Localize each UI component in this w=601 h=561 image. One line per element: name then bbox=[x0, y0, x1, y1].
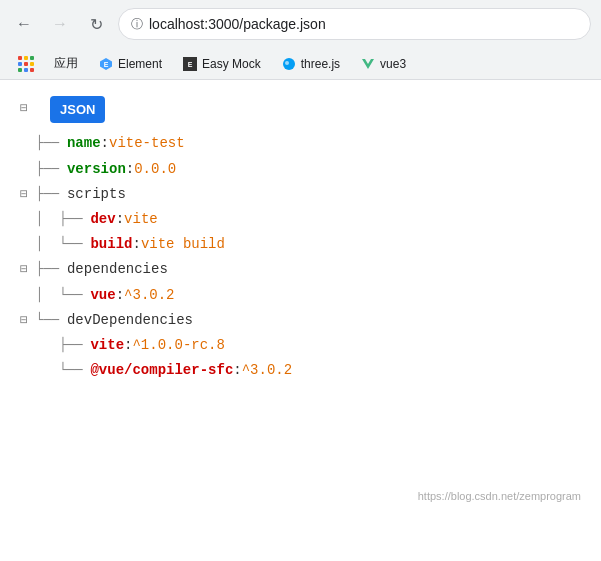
version-colon: : bbox=[126, 157, 134, 182]
element-icon: E bbox=[98, 56, 114, 72]
dependencies-toggle[interactable]: ⊟ ├── bbox=[20, 257, 67, 280]
vite-colon: : bbox=[124, 333, 132, 358]
build-prefix: │ └── bbox=[20, 232, 90, 255]
devdependencies-row: ⊟ └── devDependencies bbox=[20, 308, 581, 333]
scripts-row: ⊟ ├── scripts bbox=[20, 182, 581, 207]
build-value: vite build bbox=[141, 232, 225, 257]
build-row: │ └── build : vite build bbox=[20, 232, 581, 257]
name-value: vite-test bbox=[109, 131, 185, 156]
bookmark-element-label: Element bbox=[118, 57, 162, 71]
svg-point-4 bbox=[283, 58, 295, 70]
compiler-sfc-colon: : bbox=[233, 358, 241, 383]
bookmark-yingyong[interactable]: 应用 bbox=[46, 52, 86, 75]
root-toggle[interactable]: ⊟ bbox=[20, 96, 50, 119]
bookmarks-bar: 应用 E Element E Easy Mock three.js vue3 bbox=[0, 48, 601, 79]
bookmark-element[interactable]: E Element bbox=[90, 53, 170, 75]
name-row: ├── name : vite-test bbox=[20, 131, 581, 156]
dev-value: vite bbox=[124, 207, 158, 232]
vue-prefix: │ └── bbox=[20, 283, 90, 306]
easymock-icon: E bbox=[182, 56, 198, 72]
devdependencies-toggle[interactable]: ⊟ └── bbox=[20, 308, 67, 331]
url-text: localhost:3000/package.json bbox=[149, 16, 326, 32]
watermark: https://blog.csdn.net/zemprogram bbox=[0, 480, 601, 512]
compiler-sfc-prefix: └── bbox=[20, 358, 90, 381]
scripts-toggle[interactable]: ⊟ ├── bbox=[20, 182, 67, 205]
build-colon: : bbox=[132, 232, 140, 257]
svg-point-5 bbox=[285, 61, 289, 65]
version-value: 0.0.0 bbox=[134, 157, 176, 182]
svg-text:E: E bbox=[104, 61, 109, 68]
build-key: build bbox=[90, 232, 132, 257]
refresh-button[interactable]: ↻ bbox=[82, 10, 110, 38]
name-key: name bbox=[67, 131, 101, 156]
dev-colon: : bbox=[116, 207, 124, 232]
compiler-sfc-key: @vue/compiler-sfc bbox=[90, 358, 233, 383]
compiler-sfc-value: ^3.0.2 bbox=[242, 358, 292, 383]
svg-marker-6 bbox=[362, 59, 374, 69]
dev-row: │ ├── dev : vite bbox=[20, 207, 581, 232]
json-badge: JSON bbox=[50, 96, 105, 123]
bookmark-threejs-label: three.js bbox=[301, 57, 340, 71]
version-key: version bbox=[67, 157, 126, 182]
bookmark-vue3[interactable]: vue3 bbox=[352, 53, 414, 75]
dependencies-row: ⊟ ├── dependencies bbox=[20, 257, 581, 282]
version-row: ├── version : 0.0.0 bbox=[20, 157, 581, 182]
name-prefix: ├── bbox=[20, 131, 67, 154]
bookmark-yingyong-label: 应用 bbox=[54, 55, 78, 72]
address-bar[interactable]: ⓘ localhost:3000/package.json bbox=[118, 8, 591, 40]
apps-icon[interactable] bbox=[10, 53, 42, 75]
dev-key: dev bbox=[90, 207, 115, 232]
bookmark-easymock-label: Easy Mock bbox=[202, 57, 261, 71]
vite-prefix: ├── bbox=[20, 333, 90, 356]
threejs-icon bbox=[281, 56, 297, 72]
vue-row: │ └── vue : ^3.0.2 bbox=[20, 283, 581, 308]
vue3-icon bbox=[360, 56, 376, 72]
vite-key: vite bbox=[90, 333, 124, 358]
forward-button[interactable]: → bbox=[46, 10, 74, 38]
back-button[interactable]: ← bbox=[10, 10, 38, 38]
json-root-row: ⊟ JSON bbox=[20, 96, 581, 131]
lock-icon: ⓘ bbox=[131, 16, 143, 33]
json-viewer: ⊟ JSON ├── name : vite-test ├── version … bbox=[0, 80, 601, 480]
dev-prefix: │ ├── bbox=[20, 207, 90, 230]
scripts-key: scripts bbox=[67, 182, 126, 207]
dependencies-key: dependencies bbox=[67, 257, 168, 282]
devdependencies-key: devDependencies bbox=[67, 308, 193, 333]
bookmark-easymock[interactable]: E Easy Mock bbox=[174, 53, 269, 75]
vue-value: ^3.0.2 bbox=[124, 283, 174, 308]
browser-chrome: ← → ↻ ⓘ localhost:3000/package.json 应用 E bbox=[0, 0, 601, 80]
bookmark-vue3-label: vue3 bbox=[380, 57, 406, 71]
bookmark-threejs[interactable]: three.js bbox=[273, 53, 348, 75]
vite-value: ^1.0.0-rc.8 bbox=[132, 333, 224, 358]
name-colon: : bbox=[101, 131, 109, 156]
vite-row: ├── vite : ^1.0.0-rc.8 bbox=[20, 333, 581, 358]
compiler-sfc-row: └── @vue/compiler-sfc : ^3.0.2 bbox=[20, 358, 581, 383]
nav-bar: ← → ↻ ⓘ localhost:3000/package.json bbox=[0, 0, 601, 48]
version-prefix: ├── bbox=[20, 157, 67, 180]
vue-colon: : bbox=[116, 283, 124, 308]
vue-key: vue bbox=[90, 283, 115, 308]
svg-text:E: E bbox=[188, 61, 193, 68]
